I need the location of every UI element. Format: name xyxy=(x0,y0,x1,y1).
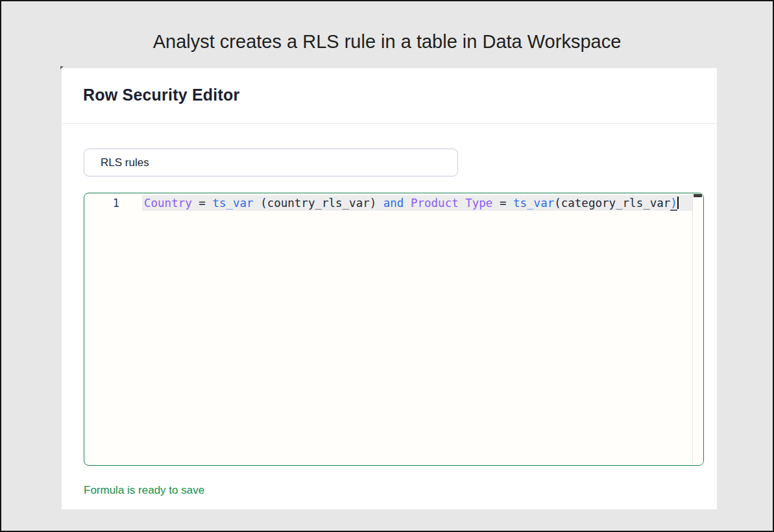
code-line-row: 1 Country = ts_var (country_rls_var) and… xyxy=(84,195,703,211)
text-cursor xyxy=(677,197,679,209)
code-token: = xyxy=(492,197,513,210)
rule-name-value: RLS rules xyxy=(101,156,149,169)
code-token: ) xyxy=(670,197,677,211)
panel-heading: Row Security Editor xyxy=(83,86,239,104)
active-line[interactable]: Country = ts_var (country_rls_var) and P… xyxy=(142,195,692,211)
code-token: ts_var xyxy=(513,197,554,210)
code-token xyxy=(404,197,411,210)
code-token xyxy=(376,197,383,210)
header-divider xyxy=(62,123,717,124)
code-token: ts_var xyxy=(212,197,253,210)
rule-name-field[interactable]: RLS rules xyxy=(84,149,458,176)
status-message: Formula is ready to save xyxy=(84,484,204,497)
code-line-content: Country = ts_var (country_rls_var) and P… xyxy=(144,197,677,211)
code-token: Product Type xyxy=(411,197,492,210)
code-token: = xyxy=(192,197,213,210)
row-security-editor-panel: Row Security Editor RLS rules 1 Country … xyxy=(62,68,717,509)
page-title: Analyst creates a RLS rule in a table in… xyxy=(1,31,773,53)
scrollbar-marker xyxy=(694,194,702,197)
code-token: Country xyxy=(144,197,192,210)
screenshot-canvas: Analyst creates a RLS rule in a table in… xyxy=(0,0,774,532)
code-token: (category_rls_var xyxy=(554,197,670,210)
code-token: (country_rls_var) xyxy=(254,197,377,210)
line-number: 1 xyxy=(84,195,119,211)
code-token: and xyxy=(383,197,404,210)
formula-code-editor[interactable]: 1 Country = ts_var (country_rls_var) and… xyxy=(84,193,704,466)
editor-scrollbar[interactable] xyxy=(692,193,703,465)
